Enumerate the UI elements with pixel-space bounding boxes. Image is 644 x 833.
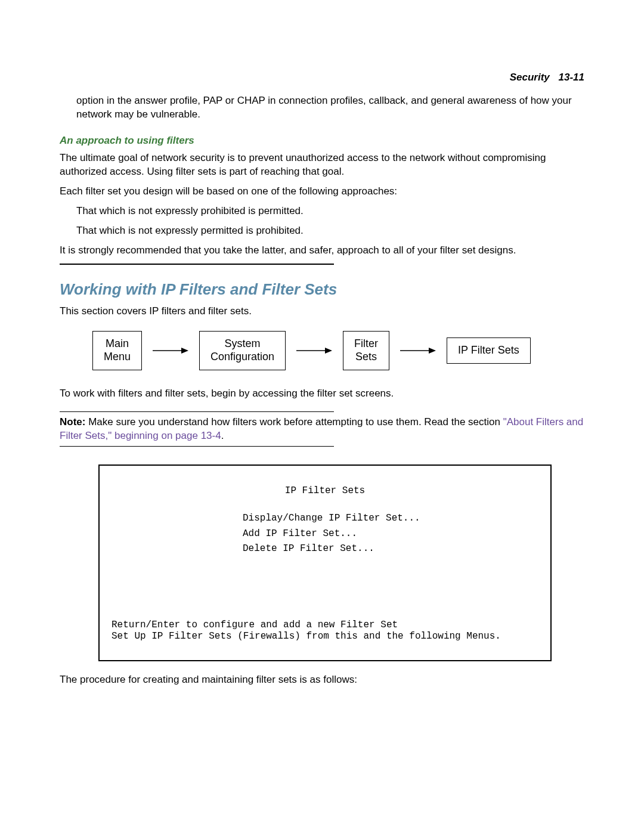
terminal-screen: IP Filter Sets Display/Change IP Filter …	[98, 465, 552, 661]
nav-box-line: Sets	[354, 351, 378, 364]
note-text: Note: Make sure you understand how filte…	[60, 416, 584, 443]
svg-marker-5	[429, 348, 436, 354]
arrow-icon	[296, 347, 332, 354]
document-page: Security 13-11 option in the answer prof…	[0, 0, 644, 833]
note-block: Note: Make sure you understand how filte…	[60, 411, 584, 447]
note-rule-bottom	[60, 446, 334, 447]
terminal-menu: Display/Change IP Filter Set... Add IP F…	[243, 511, 538, 557]
terminal-footer-line: Return/Enter to configure and add a new …	[112, 620, 501, 631]
paragraph-goal: The ultimate goal of network security is…	[60, 151, 584, 179]
terminal-footer: Return/Enter to configure and add a new …	[112, 620, 501, 642]
paragraph-procedure: The procedure for creating and maintaini…	[60, 673, 584, 687]
running-head: Security 13-11	[60, 72, 584, 83]
note-before-link: Make sure you understand how filters wor…	[88, 416, 503, 428]
navigation-flow: Main Menu System Configuration Filter Se…	[92, 331, 584, 370]
terminal-title: IP Filter Sets	[112, 484, 538, 499]
arrow-icon	[400, 347, 436, 354]
terminal-menu-item: Display/Change IP Filter Set...	[243, 511, 538, 527]
paragraph-recommend: It is strongly recommended that you take…	[60, 244, 584, 258]
intro-continuation: option in the answer profile, PAP or CHA…	[76, 94, 584, 122]
paragraph-to-work: To work with filters and filter sets, be…	[60, 387, 584, 401]
nav-box-line: IP Filter Sets	[458, 344, 519, 357]
nav-box-system-configuration: System Configuration	[199, 331, 286, 370]
terminal-menu-item: Delete IP Filter Set...	[243, 541, 538, 557]
terminal-menu-item: Add IP Filter Set...	[243, 527, 538, 542]
arrow-icon	[153, 347, 188, 354]
nav-box-line: Menu	[104, 351, 131, 364]
svg-marker-3	[325, 348, 332, 354]
note-after-link: .	[221, 430, 224, 441]
nav-box-line: Filter	[354, 337, 378, 351]
note-rule-top	[60, 411, 334, 412]
sub-heading-approach: An approach to using filters	[60, 135, 584, 147]
nav-box-line: Main	[104, 337, 131, 351]
page-number: 13-11	[559, 72, 584, 83]
paragraph-covers: This section covers IP filters and filte…	[60, 305, 584, 318]
chapter-name: Security	[510, 72, 550, 83]
nav-box-main-menu: Main Menu	[92, 331, 142, 370]
nav-box-ip-filter-sets: IP Filter Sets	[447, 337, 531, 364]
bullet-prohibited: That which is not expressly permitted is…	[76, 224, 584, 238]
nav-box-filter-sets: Filter Sets	[343, 331, 389, 370]
nav-box-line: Configuration	[210, 351, 274, 364]
nav-box-line: System	[210, 337, 274, 351]
bullet-permitted: That which is not expressly prohibited i…	[76, 205, 584, 218]
note-label: Note:	[60, 416, 85, 428]
svg-marker-1	[181, 348, 188, 354]
terminal-footer-line: Set Up IP Filter Sets (Firewalls) from t…	[112, 631, 501, 642]
section-heading-working: Working with IP Filters and Filter Sets	[60, 280, 584, 299]
paragraph-each: Each filter set you design will be based…	[60, 185, 584, 199]
section-rule	[60, 264, 334, 265]
